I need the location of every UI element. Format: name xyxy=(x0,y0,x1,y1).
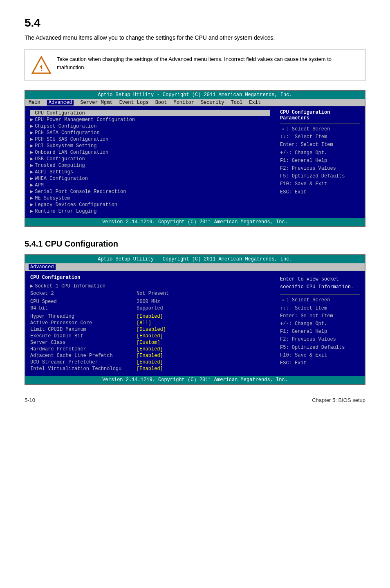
warning-icon: ! • xyxy=(31,55,51,75)
bios-socket1-item[interactable]: ▶ Socket 1 CPU Information xyxy=(30,283,270,289)
bios-item-chipset[interactable]: ▶ Chipset Configuration xyxy=(30,123,270,129)
bios-menu-bar: Main Advanced Server Mgmt Event Logs Boo… xyxy=(25,99,365,106)
bios-adjacent-cache-row[interactable]: Adjacent Cache Line Prefetch [Enabled] xyxy=(30,353,270,359)
cpu-menu-advanced[interactable]: Advanced xyxy=(29,264,56,270)
bios-server-class-row[interactable]: Server Class [Custom] xyxy=(30,340,270,346)
bios-item-trusted[interactable]: ▶ Trusted Computing xyxy=(30,162,270,168)
bios-right-panel: CPU Configuration Parameters →←: Select … xyxy=(275,106,365,218)
bios-item-me[interactable]: ▶ ME Subsystem xyxy=(30,195,270,201)
menu-tool[interactable]: Tool xyxy=(231,100,243,105)
bios-cpu-help-keys: →←: Select Screen ↑↓: Select Item Enter:… xyxy=(280,296,360,367)
subsection-title: 5.4.1 CPU Configuration xyxy=(25,239,365,249)
page-footer: 5-10 Chapter 5: BIOS setup xyxy=(25,397,365,403)
bios-cpu-speed-row: CPU Speed 2600 MHz xyxy=(30,299,270,305)
bios-item-pci[interactable]: ▶ PCI Subsystem Setting xyxy=(30,143,270,149)
bios-item-legacy[interactable]: ▶ Legacy Devices Configuration xyxy=(30,202,270,208)
bios-item-cpu-config[interactable]: ▶ CPU Configuration xyxy=(30,110,270,116)
bios-hyper-threading-row[interactable]: Hyper Threading [Enabled] xyxy=(30,314,270,319)
menu-boot[interactable]: Boot xyxy=(155,100,167,105)
bios-cpu-help-desc: Enter to view socket soecific CPU Inform… xyxy=(280,276,360,291)
menu-server-mgmt[interactable]: Server Mgmt xyxy=(80,100,112,105)
cpu-section-header: CPU Configuration xyxy=(30,275,270,281)
bios-limit-cpuid-row[interactable]: Limit CPUID Maximum [Disabled] xyxy=(30,327,270,332)
bios-content: ▶ CPU Configuration ▶ CPU Power Manageme… xyxy=(25,106,365,218)
bios-help-text: →←: Select Screen ↑↓: Select Item Enter:… xyxy=(280,126,360,196)
bios-item-pch-sata[interactable]: ▶ PCH SATA Configuration xyxy=(30,130,270,136)
section-description: The Advanced menu items allow you to cha… xyxy=(25,34,365,41)
bios-left-panel: ▶ CPU Configuration ▶ CPU Power Manageme… xyxy=(25,106,275,218)
section-title: 5.4 xyxy=(25,16,365,29)
bios-item-runtime[interactable]: ▶ Runtime Error Logging xyxy=(30,208,270,214)
bios-vt-row[interactable]: Intel Virtualization Technologu [Enabled… xyxy=(30,366,270,372)
warning-text: Take caution when changing the settings … xyxy=(57,55,359,71)
bios-execute-disable-row[interactable]: Execute Diable Bit [Enabled] xyxy=(30,333,270,339)
bios-item-whea[interactable]: ▶ WHEA Configuration xyxy=(30,175,270,182)
bios-cpu-right-panel: Enter to view socket soecific CPU Inform… xyxy=(275,271,365,376)
bios-active-processor-row[interactable]: Active Processor Core [All] xyxy=(30,320,270,326)
page-number: 5-10 xyxy=(25,397,35,403)
menu-main[interactable]: Main xyxy=(29,100,40,105)
bios-cpu-menu-bar: Advanced xyxy=(25,263,365,271)
menu-security[interactable]: Security xyxy=(201,100,224,105)
bios-64bit-row: 64-bit Supported xyxy=(30,305,270,311)
bios-dcu-streamer-row[interactable]: DCU Streamer Prefetcher [Enabled] xyxy=(30,359,270,365)
bios-cpu-screen: Aptio Setup Utility - Copyright (C) 2011… xyxy=(25,254,365,385)
bios-hardware-prefetcher-row[interactable]: Hardware Prefetcher [Enabled] xyxy=(30,346,270,352)
bios-cpu-content: CPU Configuration ▶ Socket 1 CPU Informa… xyxy=(25,271,365,376)
svg-text:•: • xyxy=(40,64,41,69)
bios-help-title: CPU Configuration Parameters xyxy=(280,110,360,121)
bios-item-apm[interactable]: ▶ APM xyxy=(30,182,270,188)
chapter-label: Chapter 5: BIOS setup xyxy=(312,397,365,403)
bios-cpu-title-bar: Aptio Setup Utility - Copyright (C) 2011… xyxy=(25,255,365,263)
menu-event-logs[interactable]: Event Logs xyxy=(119,100,149,105)
bios-item-lan[interactable]: ▶ Onboard LAN Configuration xyxy=(30,149,270,155)
bios-item-usb[interactable]: ▶ USB Configuration xyxy=(30,156,270,162)
bios-cpu-footer: Version 2.14.1219. Copyright (C) 2011 Am… xyxy=(25,376,365,384)
bios-item-acpi[interactable]: ▶ ACPI Settings xyxy=(30,169,270,175)
bios-main-footer: Version 2.14.1219. Copyright (C) 2011 Am… xyxy=(25,218,365,226)
bios-item-cpu-power[interactable]: ▶ CPU Power Management Configuration xyxy=(30,117,270,123)
menu-advanced[interactable]: Advanced xyxy=(47,100,74,105)
menu-exit[interactable]: Exit xyxy=(249,100,261,105)
bios-main-screen: Aptio Setup Utility - Copyright (C) 2011… xyxy=(25,90,365,227)
menu-monitor[interactable]: Monitor xyxy=(173,100,194,105)
bios-socket2-row: Socket 2 Not Present xyxy=(30,291,270,296)
warning-box: ! • Take caution when changing the setti… xyxy=(25,49,365,81)
bios-item-pch-scu[interactable]: ▶ PCH SCU SAS Configuration xyxy=(30,136,270,142)
bios-item-serial[interactable]: ▶ Serial Port Console Redirection xyxy=(30,189,270,195)
bios-title-bar: Aptio Setup Utility - Copyright (C) 2011… xyxy=(25,91,365,99)
bios-cpu-left-panel: CPU Configuration ▶ Socket 1 CPU Informa… xyxy=(25,271,275,376)
